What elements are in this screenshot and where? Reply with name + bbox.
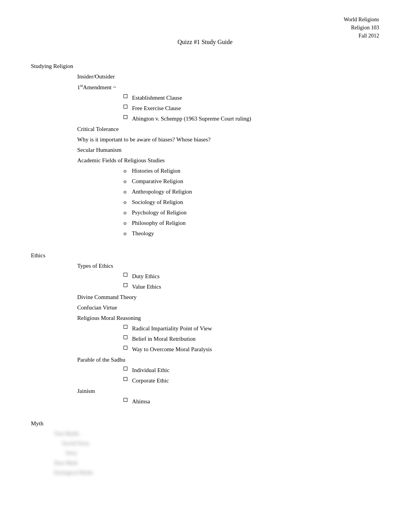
field-anthropology-text: Anthropology of Religion [132,187,192,197]
parable-sadhu-label: Parable of the Sadhu [77,355,379,365]
belief-moral-retribution-text: Belief in Moral Retribution [132,334,196,344]
types-of-ethics-label: Types of Ethics [77,261,379,271]
bullet-o-icon: o [124,187,127,197]
bullet-icon [124,335,127,339]
value-ethics-text: Value Ethics [132,282,161,292]
field-comparative-text: Comparative Religion [132,176,183,187]
studying-indent: Insider/Outsider 1stAmendment ~ Establis… [54,71,379,239]
myth-blurred-line-1: True Myths [54,429,379,439]
insider-outsider: Insider/Outsider [77,71,379,82]
parable-sadhu-list: Individual Ethic Corporate Ethic [77,365,379,386]
academic-fields-label: Academic Fields of Religious Studies [77,155,379,166]
overcome-moral-paralysis: Way to Overcome Moral Paralysis [124,344,379,355]
myth-blurred-line-5: Etiological Myths [54,468,379,478]
individual-ethic-text: Individual Ethic [132,365,169,376]
divine-command: Divine Command Theory [77,292,379,303]
field-comparative: o Comparative Religion [124,176,379,187]
field-sociology: o Sociology of Religion [124,197,379,207]
duty-ethics-text: Duty Ethics [132,271,159,282]
types-of-ethics-list: Duty Ethics Value Ethics [77,271,379,292]
page-title: Quizz #1 Study Guide [31,39,379,46]
corporate-ethic: Corporate Ethic [124,376,379,386]
establishment-clause-text: Establishment Clause [132,93,182,103]
section-title-ethics: Ethics [31,250,379,261]
field-histories-text: Histories of Religion [132,166,181,176]
ahimsa-text: Ahimsa [132,396,150,407]
confucian-virtue: Confucian Virtue [77,303,379,313]
free-exercise-clause: Free Exercise Clause [124,103,379,114]
myth-blurred-line-2: Sacred Story [62,439,379,448]
header-info: World Religions Religion 103 Fall 2012 [344,15,379,40]
first-amendment: 1stAmendment ~ [77,82,379,93]
field-anthropology: o Anthropology of Religion [124,187,379,197]
section-title-myth: Myth [31,418,379,429]
belief-moral-retribution: Belief in Moral Retribution [124,334,379,344]
bullet-icon [124,273,127,277]
free-exercise-text: Free Exercise Clause [132,103,181,114]
ethics-indent: Types of Ethics Duty Ethics Value Ethics… [54,261,379,407]
field-histories: o Histories of Religion [124,166,379,176]
page: World Religions Religion 103 Fall 2012 Q… [0,0,410,532]
academic-fields-list: o Histories of Religion o Comparative Re… [77,166,379,239]
section-studying-religion: Studying Religion Insider/Outsider 1stAm… [31,61,379,239]
corporate-ethic-text: Corporate Ethic [132,376,169,386]
field-philosophy: o Philosophy of Religion [124,218,379,228]
bullet-icon [124,398,127,402]
field-sociology-text: Sociology of Religion [132,197,183,207]
section-ethics: Ethics Types of Ethics Duty Ethics Value… [31,250,379,407]
superscript-st: st [80,83,83,88]
critical-tolerance: Critical Tolerance [77,124,379,134]
secular-humanism: Secular Humanism [77,145,379,155]
field-philosophy-text: Philosophy of Religion [132,218,186,228]
bullet-icon [124,94,127,98]
course-term: Fall 2012 [344,32,379,40]
jainism-list: Ahimsa [77,396,379,407]
myth-blurred-line-3: Story [66,448,379,458]
bullet-o-icon: o [124,197,127,207]
jainism-label: Jainism [77,386,379,396]
bullet-icon [124,105,127,109]
bullet-o-icon: o [124,218,127,228]
course-name: World Religions [344,15,379,24]
duty-ethics: Duty Ethics [124,271,379,282]
abington-ruling: Abington v. Schempp (1963 Supreme Court … [124,114,379,124]
ahimsa: Ahimsa [124,396,379,407]
abington-text: Abington v. Schempp (1963 Supreme Court … [132,114,251,124]
field-psychology-text: Psychology of Religion [132,207,187,218]
bullet-icon [124,346,127,350]
section-title-studying: Studying Religion [31,61,379,71]
radical-impartiality: Radical Impartiality Point of View [124,323,379,334]
field-theology: o Theology [124,228,379,239]
bullet-icon [124,115,127,119]
course-code: Religion 103 [344,24,379,32]
bullet-icon [124,377,127,381]
bullet-o-icon: o [124,176,127,187]
myth-indent: True Myths Sacred Story Story Near Myth … [54,429,379,478]
myth-blurred-content: True Myths Sacred Story Story Near Myth … [54,429,379,478]
bullet-icon [124,283,127,287]
establishment-clause: Establishment Clause [124,93,379,103]
biases-question: Why is it important to be aware of biase… [77,134,379,145]
individual-ethic: Individual Ethic [124,365,379,376]
religious-moral-reasoning-label: Religious Moral Reasoning [77,313,379,323]
bullet-icon [124,367,127,371]
religious-moral-list: Radical Impartiality Point of View Belie… [77,323,379,355]
field-psychology: o Psychology of Religion [124,207,379,218]
amendment-indent: Establishment Clause Free Exercise Claus… [77,93,379,124]
bullet-o-icon: o [124,228,127,239]
radical-impartiality-text: Radical Impartiality Point of View [132,323,212,334]
section-myth: Myth True Myths Sacred Story Story Near … [31,418,379,478]
overcome-moral-paralysis-text: Way to Overcome Moral Paralysis [132,344,212,355]
myth-blurred-line-4: Near Myth [54,458,379,468]
bullet-icon [124,325,127,329]
bullet-o-icon: o [124,166,127,176]
value-ethics: Value Ethics [124,282,379,292]
field-theology-text: Theology [132,228,154,239]
bullet-o-icon: o [124,207,127,218]
